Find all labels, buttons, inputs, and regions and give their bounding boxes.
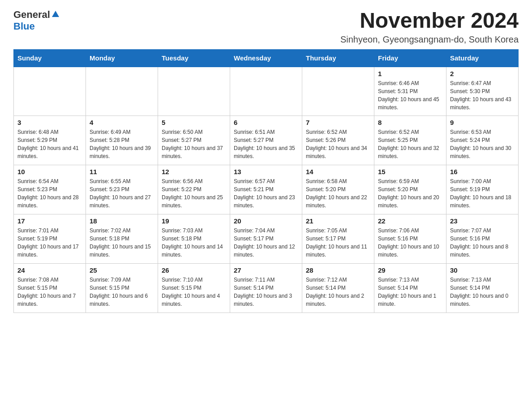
- day-info: Sunrise: 6:54 AM Sunset: 5:23 PM Dayligh…: [17, 177, 82, 210]
- calendar-cell: 29Sunrise: 7:13 AM Sunset: 5:14 PM Dayli…: [374, 264, 446, 313]
- calendar-cell: 1Sunrise: 6:46 AM Sunset: 5:31 PM Daylig…: [374, 67, 446, 116]
- calendar-cell: 12Sunrise: 6:56 AM Sunset: 5:22 PM Dayli…: [158, 165, 230, 214]
- day-number: 18: [90, 217, 154, 225]
- calendar-cell: 17Sunrise: 7:01 AM Sunset: 5:19 PM Dayli…: [14, 214, 86, 264]
- day-info: Sunrise: 7:09 AM Sunset: 5:15 PM Dayligh…: [90, 276, 154, 308]
- day-info: Sunrise: 6:47 AM Sunset: 5:30 PM Dayligh…: [450, 79, 515, 111]
- calendar-cell: 4Sunrise: 6:49 AM Sunset: 5:28 PM Daylig…: [86, 116, 158, 165]
- day-number: 30: [450, 266, 515, 274]
- logo-general-text: General: [13, 9, 50, 21]
- day-number: 12: [162, 168, 226, 176]
- day-number: 16: [450, 168, 515, 176]
- week-row-5: 24Sunrise: 7:08 AM Sunset: 5:15 PM Dayli…: [14, 264, 519, 313]
- day-number: 27: [234, 266, 298, 274]
- logo: General Blue: [13, 9, 60, 32]
- calendar-cell: 16Sunrise: 7:00 AM Sunset: 5:19 PM Dayli…: [446, 165, 519, 214]
- header: General Blue November 2024 Sinhyeon, Gye…: [13, 9, 519, 45]
- day-number: 20: [234, 217, 298, 225]
- title-area: November 2024 Sinhyeon, Gyeongsangnam-do…: [340, 9, 519, 45]
- day-info: Sunrise: 7:00 AM Sunset: 5:19 PM Dayligh…: [450, 177, 515, 210]
- calendar-cell: 19Sunrise: 7:03 AM Sunset: 5:18 PM Dayli…: [158, 214, 230, 264]
- day-number: 22: [378, 217, 442, 225]
- page-title: November 2024: [340, 9, 519, 33]
- day-number: 8: [378, 119, 442, 126]
- calendar-cell: 21Sunrise: 7:05 AM Sunset: 5:17 PM Dayli…: [302, 214, 374, 264]
- day-number: 10: [17, 168, 82, 176]
- day-number: 1: [378, 70, 442, 77]
- day-info: Sunrise: 6:52 AM Sunset: 5:26 PM Dayligh…: [306, 128, 370, 160]
- day-info: Sunrise: 7:04 AM Sunset: 5:17 PM Dayligh…: [234, 227, 298, 259]
- day-info: Sunrise: 6:56 AM Sunset: 5:22 PM Dayligh…: [162, 177, 226, 210]
- calendar-cell: 27Sunrise: 7:11 AM Sunset: 5:14 PM Dayli…: [230, 264, 302, 313]
- day-info: Sunrise: 6:52 AM Sunset: 5:25 PM Dayligh…: [378, 128, 442, 160]
- day-info: Sunrise: 7:10 AM Sunset: 5:15 PM Dayligh…: [162, 276, 226, 308]
- day-info: Sunrise: 7:11 AM Sunset: 5:14 PM Dayligh…: [234, 276, 298, 308]
- weekday-header-tuesday: Tuesday: [158, 49, 230, 67]
- calendar-cell: 24Sunrise: 7:08 AM Sunset: 5:15 PM Dayli…: [14, 264, 86, 313]
- logo-blue-text: Blue: [13, 21, 35, 32]
- day-info: Sunrise: 7:07 AM Sunset: 5:16 PM Dayligh…: [450, 227, 515, 259]
- day-number: 15: [378, 168, 442, 176]
- day-number: 26: [162, 266, 226, 274]
- week-row-1: 1Sunrise: 6:46 AM Sunset: 5:31 PM Daylig…: [14, 67, 519, 116]
- week-row-2: 3Sunrise: 6:48 AM Sunset: 5:29 PM Daylig…: [14, 116, 519, 165]
- calendar-cell: [302, 67, 374, 116]
- calendar-cell: [158, 67, 230, 116]
- day-info: Sunrise: 6:57 AM Sunset: 5:21 PM Dayligh…: [234, 177, 298, 210]
- calendar-cell: 13Sunrise: 6:57 AM Sunset: 5:21 PM Dayli…: [230, 165, 302, 214]
- day-info: Sunrise: 7:13 AM Sunset: 5:14 PM Dayligh…: [378, 276, 442, 308]
- day-number: 29: [378, 266, 442, 274]
- calendar-cell: 5Sunrise: 6:50 AM Sunset: 5:27 PM Daylig…: [158, 116, 230, 165]
- day-number: 9: [450, 119, 515, 126]
- day-number: 21: [306, 217, 370, 225]
- day-number: 19: [162, 217, 226, 225]
- day-info: Sunrise: 6:58 AM Sunset: 5:20 PM Dayligh…: [306, 177, 370, 210]
- calendar-cell: 14Sunrise: 6:58 AM Sunset: 5:20 PM Dayli…: [302, 165, 374, 214]
- calendar-cell: 7Sunrise: 6:52 AM Sunset: 5:26 PM Daylig…: [302, 116, 374, 165]
- weekday-header-monday: Monday: [86, 49, 158, 67]
- calendar-cell: 3Sunrise: 6:48 AM Sunset: 5:29 PM Daylig…: [14, 116, 86, 165]
- day-number: 14: [306, 168, 370, 176]
- calendar-cell: 11Sunrise: 6:55 AM Sunset: 5:23 PM Dayli…: [86, 165, 158, 214]
- day-number: 25: [90, 266, 154, 274]
- day-number: 28: [306, 266, 370, 274]
- day-info: Sunrise: 7:02 AM Sunset: 5:18 PM Dayligh…: [90, 227, 154, 259]
- day-info: Sunrise: 7:03 AM Sunset: 5:18 PM Dayligh…: [162, 227, 226, 259]
- weekday-header-thursday: Thursday: [302, 49, 374, 67]
- day-number: 3: [17, 119, 82, 126]
- calendar-table: SundayMondayTuesdayWednesdayThursdayFrid…: [13, 49, 519, 313]
- day-info: Sunrise: 6:50 AM Sunset: 5:27 PM Dayligh…: [162, 128, 226, 160]
- week-row-4: 17Sunrise: 7:01 AM Sunset: 5:19 PM Dayli…: [14, 214, 519, 264]
- day-info: Sunrise: 7:01 AM Sunset: 5:19 PM Dayligh…: [17, 227, 82, 259]
- calendar-cell: 23Sunrise: 7:07 AM Sunset: 5:16 PM Dayli…: [446, 214, 519, 264]
- weekday-header-row: SundayMondayTuesdayWednesdayThursdayFrid…: [14, 49, 519, 67]
- weekday-header-saturday: Saturday: [446, 49, 519, 67]
- day-info: Sunrise: 6:55 AM Sunset: 5:23 PM Dayligh…: [90, 177, 154, 210]
- calendar-cell: 22Sunrise: 7:06 AM Sunset: 5:16 PM Dayli…: [374, 214, 446, 264]
- subtitle: Sinhyeon, Gyeongsangnam-do, South Korea: [340, 34, 519, 45]
- calendar-cell: 2Sunrise: 6:47 AM Sunset: 5:30 PM Daylig…: [446, 67, 519, 116]
- day-info: Sunrise: 7:06 AM Sunset: 5:16 PM Dayligh…: [378, 227, 442, 259]
- weekday-header-friday: Friday: [374, 49, 446, 67]
- calendar-cell: [86, 67, 158, 116]
- weekday-header-sunday: Sunday: [14, 49, 86, 67]
- calendar-cell: 18Sunrise: 7:02 AM Sunset: 5:18 PM Dayli…: [86, 214, 158, 264]
- day-number: 23: [450, 217, 515, 225]
- calendar-cell: 9Sunrise: 6:53 AM Sunset: 5:24 PM Daylig…: [446, 116, 519, 165]
- calendar-cell: 26Sunrise: 7:10 AM Sunset: 5:15 PM Dayli…: [158, 264, 230, 313]
- calendar-cell: [14, 67, 86, 116]
- day-info: Sunrise: 7:13 AM Sunset: 5:14 PM Dayligh…: [450, 276, 515, 308]
- week-row-3: 10Sunrise: 6:54 AM Sunset: 5:23 PM Dayli…: [14, 165, 519, 214]
- day-info: Sunrise: 6:59 AM Sunset: 5:20 PM Dayligh…: [378, 177, 442, 210]
- day-number: 4: [90, 119, 154, 126]
- day-info: Sunrise: 7:12 AM Sunset: 5:14 PM Dayligh…: [306, 276, 370, 308]
- svg-marker-0: [52, 11, 59, 17]
- day-info: Sunrise: 6:48 AM Sunset: 5:29 PM Dayligh…: [17, 128, 82, 160]
- calendar-cell: 25Sunrise: 7:09 AM Sunset: 5:15 PM Dayli…: [86, 264, 158, 313]
- calendar-cell: 8Sunrise: 6:52 AM Sunset: 5:25 PM Daylig…: [374, 116, 446, 165]
- day-info: Sunrise: 6:51 AM Sunset: 5:27 PM Dayligh…: [234, 128, 298, 160]
- day-info: Sunrise: 6:46 AM Sunset: 5:31 PM Dayligh…: [378, 79, 442, 111]
- day-number: 24: [17, 266, 82, 274]
- calendar-cell: 10Sunrise: 6:54 AM Sunset: 5:23 PM Dayli…: [14, 165, 86, 214]
- day-info: Sunrise: 6:49 AM Sunset: 5:28 PM Dayligh…: [90, 128, 154, 160]
